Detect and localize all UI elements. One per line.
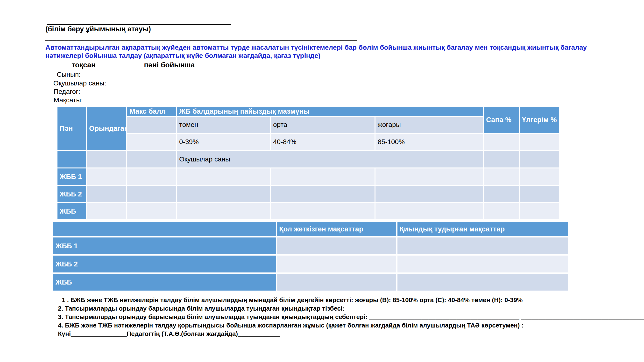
org-name-caption: (білім беру ұйымының атауы) bbox=[46, 25, 151, 33]
empty-cell[interactable] bbox=[127, 151, 176, 167]
empty-cell[interactable] bbox=[127, 134, 176, 150]
empty-cell[interactable] bbox=[398, 274, 568, 291]
document-page: ________________________________________… bbox=[0, 0, 644, 362]
empty-cell[interactable] bbox=[87, 203, 126, 219]
field-label-teacher: Педагог: bbox=[54, 88, 80, 96]
empty-cell[interactable] bbox=[177, 203, 270, 219]
empty-cell[interactable] bbox=[177, 186, 270, 202]
empty-cell[interactable] bbox=[277, 238, 396, 254]
col-header-achieved-goals: Қол жеткізген мақсаттар bbox=[277, 222, 396, 236]
empty-cell[interactable] bbox=[484, 134, 519, 150]
row-header-zhbb-1: ЖББ 1 bbox=[58, 168, 86, 185]
footer-notes: 1 . БЖБ және ТЖБ нәтижелерін талдау білі… bbox=[58, 296, 644, 338]
field-label-goal: Мақсаты: bbox=[54, 96, 83, 104]
footer-note-3: 3. Тапсырмаларды орындау барысында білім… bbox=[58, 313, 644, 321]
col-header-completed: Орындаған bbox=[87, 107, 126, 150]
doc-title-line-1: Автоматтандырылған ақпараттық жүйеден ав… bbox=[46, 43, 587, 51]
empty-cell[interactable] bbox=[271, 186, 374, 202]
range-mid: 40-84% bbox=[271, 134, 374, 150]
footer-note-2: 2. Тапсырмаларды орындау барысында білім… bbox=[58, 304, 644, 313]
empty-cell[interactable] bbox=[484, 168, 519, 185]
doc-title-line-2: нәтижелері бойынша талдау (ақпараттық жү… bbox=[46, 52, 320, 60]
empty-row-header-cell bbox=[58, 151, 86, 167]
col-header-difficult-goals: Қиындық тудырған мақсаттар bbox=[398, 222, 568, 236]
range-high: 85-100% bbox=[376, 134, 483, 150]
empty-cell[interactable] bbox=[127, 117, 176, 133]
results-table: Пән Орындаған Макс балл ЖБ балдарының па… bbox=[56, 106, 560, 220]
col-header-zhb-percent: ЖБ балдарының пайыздық мазмұны bbox=[177, 107, 483, 116]
row-header-zhbb: ЖББ bbox=[58, 203, 86, 219]
level-low-header: төмен bbox=[177, 117, 270, 133]
empty-cell[interactable] bbox=[520, 168, 559, 185]
row-header-zhbb-1: ЖББ 1 bbox=[53, 238, 276, 254]
empty-cell[interactable] bbox=[520, 134, 559, 150]
level-mid-header: орта bbox=[271, 117, 374, 133]
empty-cell[interactable] bbox=[271, 168, 374, 185]
empty-cell[interactable] bbox=[271, 203, 374, 219]
empty-cell[interactable] bbox=[87, 151, 126, 167]
col-header-quality: Сапа % bbox=[484, 107, 519, 133]
term-subject-line: ______ тоқсан ___________ пәні бойынша bbox=[46, 61, 194, 69]
org-name-blank-line: ________________________________________… bbox=[45, 18, 231, 25]
empty-cell[interactable] bbox=[87, 186, 126, 202]
empty-cell[interactable] bbox=[376, 168, 483, 185]
empty-cell[interactable] bbox=[376, 186, 483, 202]
goals-table: Қол жеткізген мақсаттар Қиындық тудырған… bbox=[52, 221, 569, 292]
empty-cell[interactable] bbox=[484, 186, 519, 202]
empty-cell[interactable] bbox=[277, 274, 396, 291]
empty-cell[interactable] bbox=[520, 186, 559, 202]
empty-cell[interactable] bbox=[520, 151, 559, 167]
level-high-header: жоғары bbox=[376, 117, 483, 133]
empty-cell[interactable] bbox=[484, 151, 519, 167]
footer-note-4: 4. БЖБ және ТЖБ нәтижелерін талдау қорыт… bbox=[58, 321, 644, 330]
empty-cell[interactable] bbox=[398, 238, 568, 254]
col-header-progress: Үлгерім % bbox=[520, 107, 559, 133]
empty-cell[interactable] bbox=[520, 203, 559, 219]
long-blank-line: ________________________________________… bbox=[45, 34, 357, 41]
empty-cell[interactable] bbox=[127, 203, 176, 219]
empty-cell[interactable] bbox=[127, 186, 176, 202]
students-count-row-label: Оқушылар саны bbox=[177, 151, 483, 167]
empty-cell[interactable] bbox=[87, 168, 126, 185]
empty-cell[interactable] bbox=[398, 256, 568, 273]
footer-date-signature-line: Күні________________Педагогтің (Т.А.Ә.(б… bbox=[58, 330, 644, 338]
footer-note-1: 1 . БЖБ және ТЖБ нәтижелерін талдау білі… bbox=[58, 296, 644, 304]
row-header-zhbb-2: ЖББ 2 bbox=[58, 186, 86, 202]
col-header-subject: Пән bbox=[58, 107, 86, 150]
row-header-zhbb: ЖББ bbox=[53, 274, 276, 291]
col-header-max-score: Макс балл bbox=[127, 107, 176, 116]
empty-cell[interactable] bbox=[127, 168, 176, 185]
empty-header-cell bbox=[53, 222, 276, 236]
empty-cell[interactable] bbox=[376, 203, 483, 219]
empty-cell[interactable] bbox=[484, 203, 519, 219]
empty-cell[interactable] bbox=[277, 256, 396, 273]
field-label-class: Сынып: bbox=[57, 71, 81, 78]
field-label-students-count: Оқушылар саны: bbox=[53, 79, 106, 87]
empty-cell[interactable] bbox=[177, 168, 270, 185]
row-header-zhbb-2: ЖББ 2 bbox=[53, 256, 276, 273]
range-low: 0-39% bbox=[177, 134, 270, 150]
